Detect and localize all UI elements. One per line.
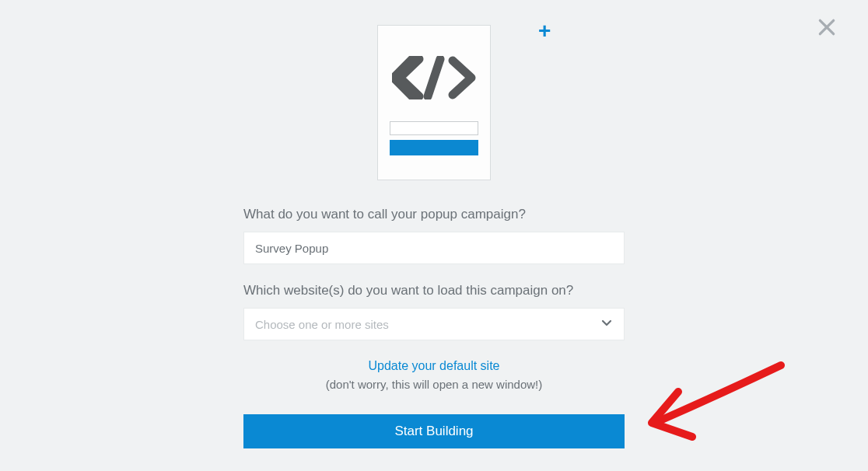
mock-input: [390, 121, 478, 135]
update-default-site-link[interactable]: Update your default site: [243, 359, 625, 373]
svg-line-2: [428, 59, 440, 96]
update-default-site-note: (don't worry, this will open a new windo…: [243, 378, 625, 391]
template-form-mock: [390, 121, 478, 155]
close-icon[interactable]: [817, 17, 837, 40]
chevron-down-icon: [600, 316, 613, 332]
code-icon: [392, 56, 476, 103]
mock-button: [390, 140, 478, 155]
campaign-name-label: What do you want to call your popup camp…: [243, 207, 625, 222]
campaign-name-input[interactable]: [243, 232, 625, 264]
campaign-setup-modal: What do you want to call your popup camp…: [243, 0, 625, 448]
template-preview-card: [377, 25, 491, 180]
annotation-arrow: [641, 356, 796, 468]
website-select[interactable]: Choose one or more sites: [243, 308, 625, 340]
start-building-button[interactable]: Start Building: [243, 414, 625, 448]
website-select-label: Which website(s) do you want to load thi…: [243, 283, 625, 298]
website-select-placeholder: Choose one or more sites: [255, 318, 600, 331]
